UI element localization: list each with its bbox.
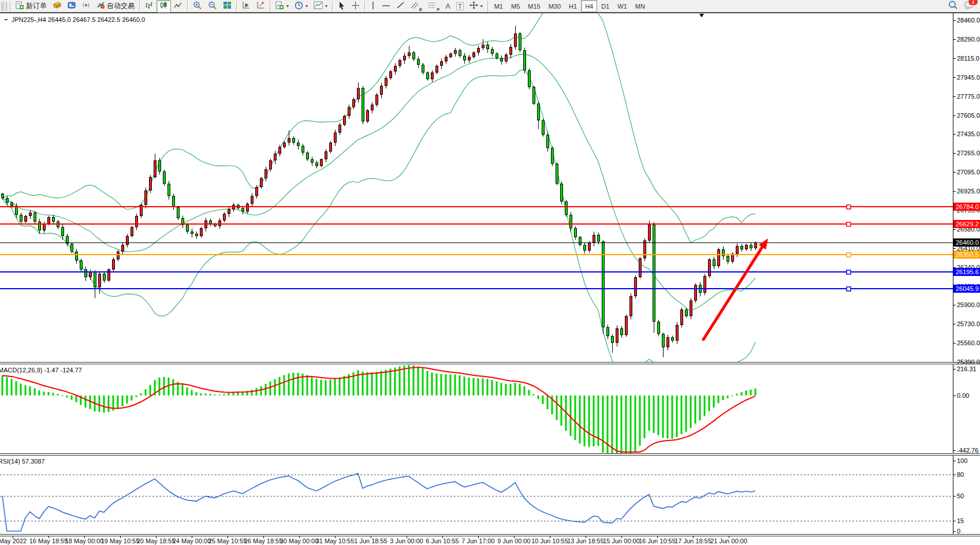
price-axis[interactable]: 28460.028290.028115.027945.027775.027605…: [953, 13, 980, 362]
auto-scroll-button[interactable]: [254, 0, 268, 13]
time-axis[interactable]: May 202216 May 18:5518 May 00:0019 May 1…: [0, 536, 953, 545]
zoom-in-button[interactable]: [190, 0, 205, 13]
time-tick: [442, 536, 443, 538]
zoom-out-button[interactable]: [205, 0, 220, 13]
fibonacci-icon: [428, 1, 436, 11]
time-label: 7 Jun 17:00: [461, 537, 495, 544]
tile-windows-icon: [223, 1, 232, 11]
broadcast-button[interactable]: [79, 0, 94, 13]
new-order-icon: [16, 1, 24, 12]
time-label: 3 Jun 00:00: [390, 537, 423, 544]
toolbar: 新订单 自动交易: [0, 0, 980, 13]
hline-price-badge: 26195.6: [953, 268, 980, 276]
toolbar-separator: [236, 1, 237, 12]
timeframe-M1[interactable]: M1: [490, 0, 507, 12]
price-tick: 26925.0: [953, 188, 980, 195]
chart-shift-button[interactable]: [239, 0, 254, 13]
toolbar-right: 1: [948, 1, 979, 12]
toolbar-separator: [10, 1, 11, 12]
time-label: 20 May 18:55: [137, 537, 176, 544]
price-tick: 28115.0: [953, 55, 979, 62]
time-label: 10 Jun 10:55: [531, 537, 568, 544]
broadcast-icon: [82, 1, 91, 11]
macd-tick: 216.31: [953, 365, 977, 373]
auto-trading-icon: [96, 1, 105, 11]
fibonacci-tool-button[interactable]: F: [425, 0, 442, 13]
data-window-button[interactable]: [65, 0, 79, 13]
text-label-tool-button[interactable]: T: [453, 0, 467, 13]
rsi-axis[interactable]: 1008050150: [953, 456, 980, 534]
timeframe-M15[interactable]: M15: [524, 0, 544, 12]
auto-trading-label: 自动交易: [107, 1, 135, 11]
candlestick-canvas[interactable]: [0, 13, 953, 362]
rsi-plot[interactable]: RSI(14) 57.3087: [0, 456, 953, 534]
time-tick: [156, 536, 156, 538]
time-label: 13 Jun 18:55: [567, 537, 604, 544]
vertical-line-tool-button[interactable]: [367, 0, 379, 13]
arrows-tool-button[interactable]: ▾: [467, 0, 486, 13]
time-label: 1 Jun 18:55: [354, 537, 387, 544]
hline-price-badge: 26045.9: [953, 285, 980, 293]
toolbar-separator: [332, 1, 333, 12]
fibonacci-letter: F: [437, 7, 439, 12]
new-order-button[interactable]: 新订单: [13, 0, 50, 13]
horizontal-line-tool-button[interactable]: [379, 0, 393, 13]
rsi-tick: 50: [953, 492, 964, 500]
timeframe-MN[interactable]: MN: [631, 0, 649, 12]
price-tick: 27605.0: [953, 112, 980, 120]
new-order-label: 新订单: [26, 1, 47, 11]
main-chart-plot[interactable]: JPN225-,H4 26445.0 26467.5 26422.5 26460…: [0, 13, 953, 362]
bar-chart-button[interactable]: [142, 0, 156, 13]
time-label: 9 Jun 00:00: [497, 537, 531, 544]
equidistant-channel-tool-button[interactable]: E: [408, 0, 425, 13]
crosshair-button[interactable]: [348, 0, 363, 13]
candlestick-chart-button[interactable]: [156, 0, 171, 13]
time-tick: [228, 536, 228, 538]
templates-button[interactable]: ▾: [311, 0, 330, 13]
macd-plot[interactable]: MACD(12,26,9) -1.47 -124.77: [0, 364, 953, 453]
hline-price-badge: 26350.5: [953, 251, 980, 259]
price-tick: 27095.0: [953, 169, 980, 176]
text-tool-button[interactable]: A: [442, 0, 453, 13]
hline-price-badge: 26460.0: [953, 238, 980, 247]
macd-axis[interactable]: 216.310.00-442.76: [953, 364, 980, 453]
timeframe-H1[interactable]: H1: [565, 0, 581, 12]
zoom-in-icon: [193, 1, 202, 12]
auto-trading-button[interactable]: 自动交易: [94, 0, 137, 13]
template-icon: [314, 1, 323, 11]
trendline-tool-button[interactable]: [393, 0, 408, 13]
time-tick: [407, 536, 407, 538]
text-label-icon: T: [456, 2, 464, 10]
macd-canvas[interactable]: [0, 364, 953, 453]
rsi-canvas[interactable]: [0, 456, 953, 534]
rsi-label: RSI(14) 57.3087: [0, 458, 45, 465]
time-label: 6 Jun 10:55: [426, 537, 459, 544]
line-chart-button[interactable]: [171, 0, 185, 13]
chart-shift-marker[interactable]: [699, 14, 704, 17]
bar-chart-icon: [145, 1, 154, 11]
periods-button[interactable]: ▾: [292, 0, 311, 13]
price-tick: 27265.0: [953, 150, 980, 157]
timeframe-M5[interactable]: M5: [507, 0, 524, 12]
chat-button[interactable]: 1: [964, 1, 974, 12]
notification-badge: 1: [968, 0, 978, 6]
tile-windows-button[interactable]: [220, 0, 234, 13]
data-window-icon: [68, 1, 76, 11]
rsi-tick: 80: [953, 471, 964, 479]
search-icon[interactable]: [948, 1, 958, 12]
text-icon: A: [445, 2, 450, 10]
cursor-button[interactable]: [335, 0, 348, 13]
time-tick: [371, 536, 371, 538]
indicators-button[interactable]: ▾: [273, 0, 292, 13]
timeframe-D1[interactable]: D1: [597, 0, 613, 12]
channel-letter: E: [419, 7, 422, 12]
time-tick: [621, 536, 622, 538]
time-label: 25 May 10:55: [208, 537, 247, 544]
timeframe-H4[interactable]: H4: [581, 0, 597, 12]
timeframe-M30[interactable]: M30: [545, 0, 565, 12]
cursor-icon: [338, 1, 345, 12]
hline-price-badge: 26784.0: [953, 203, 980, 211]
market-watch-button[interactable]: [50, 0, 65, 13]
timeframe-W1[interactable]: W1: [613, 0, 631, 12]
clipped-toolbar-icon: [1, 2, 7, 11]
